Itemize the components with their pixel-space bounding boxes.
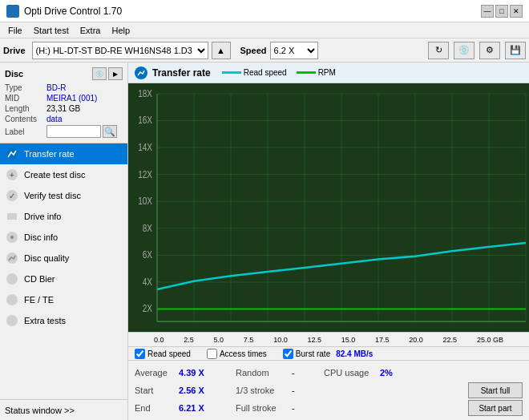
menu-bar: File Start test Extra Help bbox=[0, 22, 529, 38]
close-button[interactable]: ✕ bbox=[510, 5, 523, 18]
disc-length-value: 23,31 GB bbox=[46, 104, 80, 113]
chart-legend: Read speed RPM bbox=[222, 68, 336, 77]
title-bar: Opti Drive Control 1.70 — □ ✕ bbox=[0, 0, 529, 22]
x-label-6: 15.0 bbox=[341, 336, 356, 344]
refresh-button[interactable]: ↻ bbox=[428, 42, 449, 59]
burst-rate-value: 82.4 MB/s bbox=[336, 349, 373, 358]
app-title: Opti Drive Control 1.70 bbox=[24, 6, 122, 17]
disc-contents-value: data bbox=[46, 115, 62, 123]
stats-row-3: End 6.21 X Full stroke - Start part bbox=[135, 399, 523, 417]
nav-create-test-disc-label: Create test disc bbox=[24, 170, 85, 180]
disc-info-icon bbox=[5, 230, 19, 244]
x-label-3: 7.5 bbox=[244, 336, 254, 344]
random-value: - bbox=[292, 368, 311, 378]
disc-mid-value: MEIRA1 (001) bbox=[46, 94, 97, 103]
access-times-checkbox[interactable] bbox=[207, 349, 217, 359]
stroke2-cell: Full stroke - bbox=[236, 403, 311, 413]
disc-quality-icon bbox=[5, 251, 19, 265]
disc-icons: 💿 ▶ bbox=[92, 67, 123, 80]
drive-toolbar: Drive (H:) HL-DT-ST BD-RE WH16NS48 1.D3 … bbox=[0, 38, 529, 63]
disc-type-row: Type BD-R bbox=[5, 83, 123, 92]
menu-help[interactable]: Help bbox=[107, 25, 135, 36]
stroke2-value: - bbox=[292, 403, 311, 413]
svg-text:+: + bbox=[10, 171, 14, 180]
minimize-button[interactable]: — bbox=[481, 5, 494, 18]
svg-text:4X: 4X bbox=[143, 277, 152, 287]
window-controls[interactable]: — □ ✕ bbox=[481, 5, 523, 18]
disc-type-value: BD-R bbox=[46, 83, 66, 92]
checkbox-access-times[interactable]: Access times bbox=[207, 349, 267, 359]
nav-fe-te[interactable]: FE / TE bbox=[0, 289, 127, 310]
disc-label-label: Label bbox=[5, 127, 46, 136]
nav-disc-quality[interactable]: Disc quality bbox=[0, 248, 127, 269]
nav-extra-tests[interactable]: Extra tests bbox=[0, 310, 127, 331]
average-label: Average bbox=[135, 368, 179, 378]
sidebar: Disc 💿 ▶ Type BD-R MID MEIRA1 (001) Leng… bbox=[0, 63, 128, 420]
cpu-label: CPU usage bbox=[324, 368, 380, 378]
read-speed-checkbox[interactable] bbox=[135, 349, 145, 359]
stats-row-2: Start 2.56 X 1/3 stroke - Start full bbox=[135, 382, 523, 399]
nav-verify-test-disc[interactable]: ✓ Verify test disc bbox=[0, 185, 127, 206]
disc-button[interactable]: 💿 bbox=[454, 42, 474, 59]
x-label-7: 17.5 bbox=[375, 336, 390, 344]
disc-label-input[interactable] bbox=[46, 125, 101, 138]
cd-bier-icon bbox=[5, 272, 19, 286]
nav-create-test-disc[interactable]: + Create test disc bbox=[0, 164, 127, 185]
start-full-button[interactable]: Start full bbox=[468, 382, 523, 398]
content-area: Transfer rate Read speed RPM bbox=[128, 63, 529, 420]
nav-section: Transfer rate + Create test disc ✓ Verif… bbox=[0, 143, 127, 399]
extra-tests-icon bbox=[5, 313, 19, 328]
chart-header: Transfer rate Read speed RPM bbox=[128, 63, 529, 83]
main-area: Disc 💿 ▶ Type BD-R MID MEIRA1 (001) Leng… bbox=[0, 63, 529, 420]
svg-text:18X: 18X bbox=[138, 88, 152, 99]
nav-drive-info[interactable]: Drive info bbox=[0, 206, 127, 227]
disc-icon-2[interactable]: ▶ bbox=[108, 67, 123, 80]
x-label-4: 10.0 bbox=[273, 336, 288, 344]
menu-file[interactable]: File bbox=[3, 25, 27, 36]
start-part-button[interactable]: Start part bbox=[468, 400, 523, 416]
svg-point-7 bbox=[10, 236, 14, 239]
x-label-5: 12.5 bbox=[307, 336, 321, 344]
nav-transfer-rate[interactable]: Transfer rate bbox=[0, 143, 127, 164]
eject-button[interactable]: ▲ bbox=[212, 42, 231, 59]
nav-disc-info[interactable]: Disc info bbox=[0, 227, 127, 248]
disc-contents-row: Contents data bbox=[5, 115, 123, 123]
verify-test-disc-icon: ✓ bbox=[5, 188, 19, 203]
legend-read-speed: Read speed bbox=[222, 68, 287, 77]
disc-label-btn[interactable]: 🔍 bbox=[103, 125, 117, 138]
start-label: Start bbox=[135, 386, 179, 395]
burst-rate-checkbox[interactable] bbox=[283, 349, 293, 359]
app-icon bbox=[6, 5, 19, 18]
chart-area: 18X 16X 14X 12X 10X 8X 6X 4X 2X bbox=[128, 83, 529, 332]
speed-select[interactable]: 6.2 X bbox=[270, 42, 318, 59]
svg-text:✓: ✓ bbox=[9, 192, 15, 200]
legend-read-speed-label: Read speed bbox=[244, 68, 287, 77]
svg-text:8X: 8X bbox=[143, 223, 152, 233]
maximize-button[interactable]: □ bbox=[495, 5, 508, 18]
svg-text:16X: 16X bbox=[138, 115, 152, 125]
save-button[interactable]: 💾 bbox=[505, 42, 526, 59]
x-label-2: 5.0 bbox=[214, 336, 224, 344]
checkbox-read-speed[interactable]: Read speed bbox=[135, 349, 191, 359]
disc-mid-row: MID MEIRA1 (001) bbox=[5, 94, 123, 103]
disc-mid-label: MID bbox=[5, 94, 46, 103]
x-label-1: 2.5 bbox=[184, 336, 194, 344]
drive-select[interactable]: (H:) HL-DT-ST BD-RE WH16NS48 1.D3 bbox=[32, 42, 208, 59]
nav-cd-bier[interactable]: CD Bier bbox=[0, 269, 127, 289]
nav-cd-bier-label: CD Bier bbox=[24, 274, 55, 284]
svg-text:14X: 14X bbox=[138, 142, 152, 152]
disc-length-label: Length bbox=[5, 104, 46, 113]
disc-icon-1[interactable]: 💿 bbox=[92, 67, 107, 80]
settings-button[interactable]: ⚙ bbox=[479, 42, 500, 59]
status-window-label: Status window >> bbox=[5, 406, 75, 415]
nav-transfer-rate-label: Transfer rate bbox=[24, 149, 75, 159]
status-window-button[interactable]: Status window >> bbox=[0, 399, 127, 420]
stroke1-label: 1/3 stroke bbox=[236, 386, 292, 395]
disc-panel: Disc 💿 ▶ Type BD-R MID MEIRA1 (001) Leng… bbox=[0, 63, 127, 143]
menu-extra[interactable]: Extra bbox=[75, 25, 106, 36]
average-value: 4.39 X bbox=[179, 368, 223, 378]
checkbox-burst-rate[interactable]: Burst rate 82.4 MB/s bbox=[283, 349, 374, 359]
read-speed-label: Read speed bbox=[147, 349, 191, 358]
legend-rpm-color bbox=[297, 71, 316, 74]
menu-start-test[interactable]: Start test bbox=[29, 25, 74, 36]
